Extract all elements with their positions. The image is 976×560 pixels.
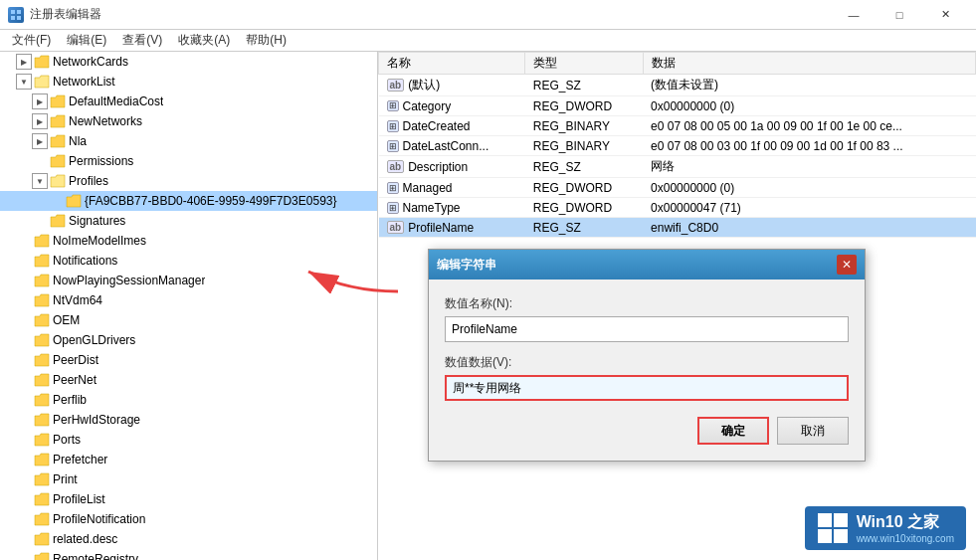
reg-type: REG_BINARY (525, 116, 643, 136)
name-input[interactable] (445, 316, 849, 342)
table-row[interactable]: ⊞ DateLastConn... REG_BINARY e0 07 08 00… (379, 136, 976, 156)
tree-item-newnetworks[interactable]: ▶ NewNetworks (0, 111, 377, 131)
expand-icon[interactable]: ▼ (16, 74, 32, 90)
reg-name: DateLastConn... (403, 139, 489, 153)
watermark-title: Win10 之家 (857, 512, 954, 533)
folder-icon (50, 174, 66, 188)
table-row[interactable]: ⊞ Category REG_DWORD 0x00000000 (0) (379, 96, 976, 116)
watermark-text-block: Win10 之家 www.win10xitong.com (857, 512, 954, 544)
tree-label: NtVdm64 (53, 293, 102, 307)
tree-item-related-desc[interactable]: related.desc (0, 529, 377, 549)
reg-name: ProfileName (408, 221, 474, 235)
ab-icon: ab (387, 160, 405, 173)
tree-item-ntvdm64[interactable]: NtVdm64 (0, 290, 377, 310)
tree-item-networkcards[interactable]: ▶ NetworkCards (0, 52, 377, 72)
tree-item-nla[interactable]: ▶ Nla (0, 131, 377, 151)
tree-label: Signatures (69, 214, 125, 228)
ab-icon: ab (387, 79, 405, 92)
table-row[interactable]: ⊞ NameType REG_DWORD 0x00000047 (71) (379, 198, 976, 218)
tree-item-remoteregistry[interactable]: RemoteRegistry (0, 549, 377, 560)
table-row[interactable]: ab Description REG_SZ 网络 (379, 156, 976, 178)
grid-icon: ⊞ (387, 100, 399, 111)
folder-icon (34, 55, 50, 69)
reg-type: REG_DWORD (525, 198, 643, 218)
table-row[interactable]: ⊞ Managed REG_DWORD 0x00000000 (0) (379, 178, 976, 198)
reg-data: 网络 (643, 156, 975, 178)
folder-icon (34, 293, 50, 307)
folder-icon (34, 552, 50, 560)
svg-rect-7 (818, 529, 832, 543)
tree-item-peernet[interactable]: PeerNet (0, 370, 377, 390)
edit-string-dialog[interactable]: 编辑字符串 ✕ 数值名称(N): 数值数据(V): 确定 取消 (428, 249, 866, 462)
tree-item-profilelist[interactable]: ProfileList (0, 489, 377, 509)
data-input[interactable] (445, 375, 849, 401)
tree-item-guid[interactable]: {FA9CBB77-BBD0-406E-9959-499F7D3E0593} (0, 191, 377, 211)
reg-type: REG_BINARY (525, 136, 643, 156)
reg-type: REG_DWORD (525, 96, 643, 116)
folder-icon (34, 75, 50, 89)
folder-icon (34, 313, 50, 327)
tree-item-nowplayingsessionmanager[interactable]: NowPlayingSessionManager (0, 271, 377, 290)
table-row[interactable]: ⊞ DateCreated REG_BINARY e0 07 08 00 05 … (379, 116, 976, 136)
tree-item-opengldrivers[interactable]: OpenGLDrivers (0, 330, 377, 350)
tree-pane[interactable]: ▶ NetworkCards ▼ NetworkList ▶ (0, 52, 378, 560)
grid-icon: ⊞ (387, 182, 399, 194)
tree-label: NowPlayingSessionManager (53, 274, 205, 287)
reg-name: DateCreated (403, 119, 471, 133)
tree-label: Profiles (69, 174, 108, 188)
folder-icon (34, 413, 50, 427)
reg-name: Category (403, 99, 452, 113)
menu-help[interactable]: 帮助(H) (238, 30, 294, 51)
menu-edit[interactable]: 编辑(E) (59, 30, 114, 51)
cancel-button[interactable]: 取消 (777, 417, 849, 445)
svg-rect-0 (11, 10, 15, 14)
table-row-profilename[interactable]: ab ProfileName REG_SZ enwifi_C8D0 (379, 218, 976, 238)
minimize-button[interactable]: — (831, 0, 877, 30)
tree-item-noimodelimes[interactable]: NoImeModelImes (0, 231, 377, 251)
reg-type: REG_SZ (525, 75, 643, 96)
tree-item-prefetcher[interactable]: Prefetcher (0, 450, 377, 469)
tree-item-defaultmediacost[interactable]: ▶ DefaultMediaCost (0, 92, 377, 111)
folder-icon (34, 512, 50, 526)
tree-item-peerdist[interactable]: PeerDist (0, 350, 377, 370)
tree-item-signatures[interactable]: Signatures (0, 211, 377, 231)
name-label: 数值名称(N): (445, 295, 849, 312)
tree-label: Nla (69, 134, 87, 148)
folder-icon (34, 532, 50, 546)
tree-item-print[interactable]: Print (0, 469, 377, 489)
reg-data: e0 07 08 00 05 00 1a 00 09 00 1f 00 1e 0… (643, 116, 975, 136)
maximize-button[interactable]: □ (877, 0, 922, 30)
tree-item-profiles[interactable]: ▼ Profiles (0, 171, 377, 191)
tree-label: ProfileList (53, 492, 105, 506)
dialog-close-button[interactable]: ✕ (837, 255, 857, 275)
menu-file[interactable]: 文件(F) (4, 30, 59, 51)
folder-icon (34, 393, 50, 407)
expand-icon[interactable]: ▶ (32, 113, 48, 129)
menu-favorites[interactable]: 收藏夹(A) (170, 30, 238, 51)
tree-item-ports[interactable]: Ports (0, 430, 377, 450)
tree-item-permissions[interactable]: Permissions (0, 151, 377, 171)
reg-data: (数值未设置) (643, 75, 975, 96)
expand-icon[interactable]: ▶ (16, 54, 32, 70)
tree-item-perhwidstorage[interactable]: PerHwIdStorage (0, 410, 377, 430)
confirm-button[interactable]: 确定 (697, 417, 769, 445)
tree-item-networklist[interactable]: ▼ NetworkList (0, 72, 377, 92)
close-button[interactable]: ✕ (922, 0, 968, 30)
expand-icon[interactable]: ▼ (32, 173, 48, 189)
tree-item-oem[interactable]: OEM (0, 310, 377, 330)
folder-icon (50, 214, 66, 228)
tree-item-profilenotification[interactable]: ProfileNotification (0, 509, 377, 529)
menu-view[interactable]: 查看(V) (114, 30, 170, 51)
tree-item-notifications[interactable]: Notifications (0, 251, 377, 271)
table-row[interactable]: ab (默认) REG_SZ (数值未设置) (379, 75, 976, 96)
col-data: 数据 (643, 53, 975, 75)
folder-icon (50, 154, 66, 168)
reg-name: NameType (403, 201, 461, 215)
col-name: 名称 (379, 53, 525, 75)
expand-icon[interactable]: ▶ (32, 133, 48, 149)
tree-label: PeerNet (53, 373, 97, 387)
tree-item-perflib[interactable]: Perflib (0, 390, 377, 410)
tree-label: DefaultMediaCost (69, 94, 163, 108)
expand-icon[interactable]: ▶ (32, 93, 48, 109)
reg-type: REG_DWORD (525, 178, 643, 198)
